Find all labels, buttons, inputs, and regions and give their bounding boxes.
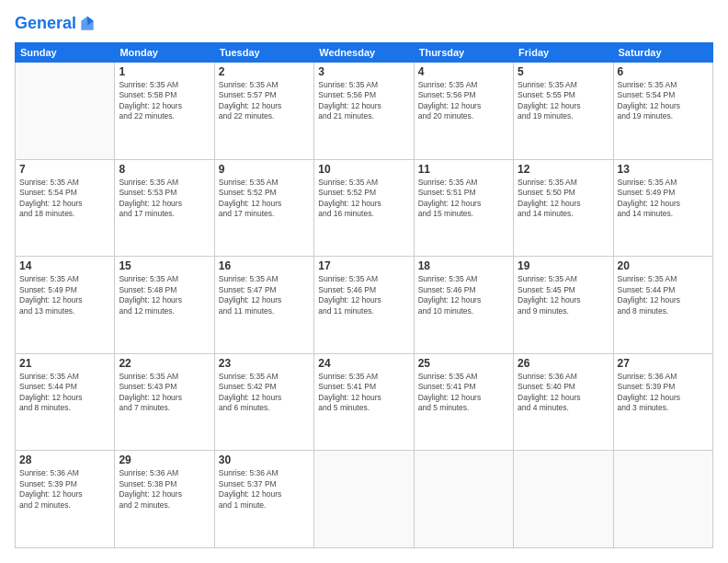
- day-number: 29: [119, 454, 210, 466]
- day-number: 26: [518, 357, 609, 370]
- day-number: 25: [418, 357, 509, 370]
- calendar-cell: 29Sunrise: 5:36 AMSunset: 5:38 PMDayligh…: [115, 451, 214, 548]
- day-info: Sunrise: 5:35 AMSunset: 5:52 PMDaylight:…: [219, 178, 310, 220]
- day-number: 16: [219, 259, 310, 272]
- day-number: 18: [418, 259, 509, 272]
- logo-icon: [78, 15, 97, 33]
- calendar-cell: [613, 451, 712, 548]
- day-number: 8: [119, 163, 210, 176]
- day-info: Sunrise: 5:36 AMSunset: 5:40 PMDaylight:…: [518, 372, 609, 414]
- calendar-cell: 9Sunrise: 5:35 AMSunset: 5:52 PMDaylight…: [214, 159, 313, 257]
- calendar-cell: 20Sunrise: 5:35 AMSunset: 5:44 PMDayligh…: [613, 257, 712, 354]
- day-number: 28: [19, 454, 110, 466]
- calendar-cell: 7Sunrise: 5:35 AMSunset: 5:54 PMDaylight…: [16, 159, 115, 257]
- day-number: 6: [618, 65, 709, 78]
- day-info: Sunrise: 5:35 AMSunset: 5:52 PMDaylight:…: [318, 178, 409, 220]
- day-info: Sunrise: 5:35 AMSunset: 5:57 PMDaylight:…: [219, 80, 310, 122]
- week-row-1: 1Sunrise: 5:35 AMSunset: 5:58 PMDaylight…: [16, 63, 713, 160]
- calendar-cell: 6Sunrise: 5:35 AMSunset: 5:54 PMDaylight…: [613, 63, 712, 160]
- day-info: Sunrise: 5:35 AMSunset: 5:54 PMDaylight:…: [19, 178, 110, 220]
- calendar-cell: 19Sunrise: 5:35 AMSunset: 5:45 PMDayligh…: [514, 257, 613, 354]
- calendar-cell: 16Sunrise: 5:35 AMSunset: 5:47 PMDayligh…: [214, 257, 313, 354]
- day-number: 1: [119, 65, 210, 78]
- day-info: Sunrise: 5:35 AMSunset: 5:56 PMDaylight:…: [418, 80, 509, 122]
- calendar-cell: 24Sunrise: 5:35 AMSunset: 5:41 PMDayligh…: [314, 353, 414, 451]
- calendar-cell: 27Sunrise: 5:36 AMSunset: 5:39 PMDayligh…: [613, 353, 712, 451]
- day-info: Sunrise: 5:35 AMSunset: 5:56 PMDaylight:…: [318, 80, 409, 122]
- calendar-cell: 1Sunrise: 5:35 AMSunset: 5:58 PMDaylight…: [115, 63, 214, 160]
- day-info: Sunrise: 5:35 AMSunset: 5:58 PMDaylight:…: [119, 80, 210, 122]
- day-info: Sunrise: 5:35 AMSunset: 5:54 PMDaylight:…: [618, 80, 709, 122]
- day-number: 9: [219, 163, 310, 176]
- calendar-cell: 14Sunrise: 5:35 AMSunset: 5:49 PMDayligh…: [16, 257, 115, 354]
- calendar-cell: 4Sunrise: 5:35 AMSunset: 5:56 PMDaylight…: [414, 63, 513, 160]
- calendar-cell: 18Sunrise: 5:35 AMSunset: 5:46 PMDayligh…: [414, 257, 513, 354]
- calendar-cell: 11Sunrise: 5:35 AMSunset: 5:51 PMDayligh…: [414, 159, 513, 257]
- calendar-cell: 13Sunrise: 5:35 AMSunset: 5:49 PMDayligh…: [613, 159, 712, 257]
- day-info: Sunrise: 5:35 AMSunset: 5:41 PMDaylight:…: [418, 372, 509, 414]
- day-info: Sunrise: 5:36 AMSunset: 5:38 PMDaylight:…: [119, 468, 210, 511]
- week-row-2: 7Sunrise: 5:35 AMSunset: 5:54 PMDaylight…: [16, 159, 713, 257]
- calendar-table: SundayMondayTuesdayWednesdayThursdayFrid…: [15, 42, 713, 548]
- header: General: [15, 15, 713, 33]
- calendar-cell: 23Sunrise: 5:35 AMSunset: 5:42 PMDayligh…: [214, 353, 313, 451]
- day-number: 10: [318, 163, 409, 176]
- calendar-cell: [16, 63, 115, 160]
- day-info: Sunrise: 5:35 AMSunset: 5:48 PMDaylight:…: [119, 274, 210, 316]
- day-number: 19: [518, 259, 609, 272]
- calendar-cell: 2Sunrise: 5:35 AMSunset: 5:57 PMDaylight…: [214, 63, 313, 160]
- day-number: 5: [518, 65, 609, 78]
- calendar-cell: 17Sunrise: 5:35 AMSunset: 5:46 PMDayligh…: [314, 257, 414, 354]
- calendar-cell: 22Sunrise: 5:35 AMSunset: 5:43 PMDayligh…: [115, 353, 214, 451]
- day-info: Sunrise: 5:35 AMSunset: 5:51 PMDaylight:…: [418, 178, 509, 220]
- calendar-cell: 26Sunrise: 5:36 AMSunset: 5:40 PMDayligh…: [514, 353, 613, 451]
- day-info: Sunrise: 5:35 AMSunset: 5:49 PMDaylight:…: [618, 178, 709, 220]
- day-number: 30: [219, 454, 310, 466]
- day-number: 17: [318, 259, 409, 272]
- day-info: Sunrise: 5:35 AMSunset: 5:49 PMDaylight:…: [19, 274, 110, 316]
- day-info: Sunrise: 5:35 AMSunset: 5:44 PMDaylight:…: [19, 372, 110, 414]
- weekday-header-thursday: Thursday: [414, 43, 513, 63]
- weekday-header-saturday: Saturday: [613, 43, 712, 63]
- day-number: 15: [119, 259, 210, 272]
- weekday-header-sunday: Sunday: [16, 43, 115, 63]
- calendar-cell: 15Sunrise: 5:35 AMSunset: 5:48 PMDayligh…: [115, 257, 214, 354]
- calendar-cell: 8Sunrise: 5:35 AMSunset: 5:53 PMDaylight…: [115, 159, 214, 257]
- day-number: 23: [219, 357, 310, 370]
- logo-text: General: [15, 15, 76, 33]
- calendar-cell: 3Sunrise: 5:35 AMSunset: 5:56 PMDaylight…: [314, 63, 414, 160]
- calendar-cell: [414, 451, 513, 548]
- weekday-header-friday: Friday: [514, 43, 613, 63]
- day-number: 3: [318, 65, 409, 78]
- day-number: 2: [219, 65, 310, 78]
- day-number: 7: [19, 163, 110, 176]
- weekday-header-wednesday: Wednesday: [314, 43, 414, 63]
- calendar-cell: 5Sunrise: 5:35 AMSunset: 5:55 PMDaylight…: [514, 63, 613, 160]
- weekday-header-monday: Monday: [115, 43, 214, 63]
- day-number: 12: [518, 163, 609, 176]
- day-info: Sunrise: 5:35 AMSunset: 5:50 PMDaylight:…: [518, 178, 609, 220]
- day-info: Sunrise: 5:35 AMSunset: 5:42 PMDaylight:…: [219, 372, 310, 414]
- calendar-cell: 30Sunrise: 5:36 AMSunset: 5:37 PMDayligh…: [214, 451, 313, 548]
- day-info: Sunrise: 5:35 AMSunset: 5:41 PMDaylight:…: [318, 372, 409, 414]
- calendar-cell: [314, 451, 414, 548]
- weekday-header-row: SundayMondayTuesdayWednesdayThursdayFrid…: [16, 43, 713, 63]
- day-info: Sunrise: 5:36 AMSunset: 5:39 PMDaylight:…: [618, 372, 709, 414]
- day-info: Sunrise: 5:36 AMSunset: 5:39 PMDaylight:…: [19, 468, 110, 511]
- day-number: 14: [19, 259, 110, 272]
- day-info: Sunrise: 5:35 AMSunset: 5:55 PMDaylight:…: [518, 80, 609, 122]
- day-info: Sunrise: 5:35 AMSunset: 5:43 PMDaylight:…: [119, 372, 210, 414]
- day-number: 20: [618, 259, 709, 272]
- day-number: 13: [618, 163, 709, 176]
- day-number: 22: [119, 357, 210, 370]
- day-info: Sunrise: 5:35 AMSunset: 5:53 PMDaylight:…: [119, 178, 210, 220]
- week-row-4: 21Sunrise: 5:35 AMSunset: 5:44 PMDayligh…: [16, 353, 713, 451]
- day-number: 27: [618, 357, 709, 370]
- week-row-3: 14Sunrise: 5:35 AMSunset: 5:49 PMDayligh…: [16, 257, 713, 354]
- page: General SundayMondayTuesdayWednesdayThur…: [0, 0, 728, 563]
- calendar-cell: 28Sunrise: 5:36 AMSunset: 5:39 PMDayligh…: [16, 451, 115, 548]
- day-info: Sunrise: 5:35 AMSunset: 5:46 PMDaylight:…: [318, 274, 409, 316]
- logo: General: [15, 15, 97, 33]
- day-number: 11: [418, 163, 509, 176]
- day-info: Sunrise: 5:36 AMSunset: 5:37 PMDaylight:…: [219, 468, 310, 511]
